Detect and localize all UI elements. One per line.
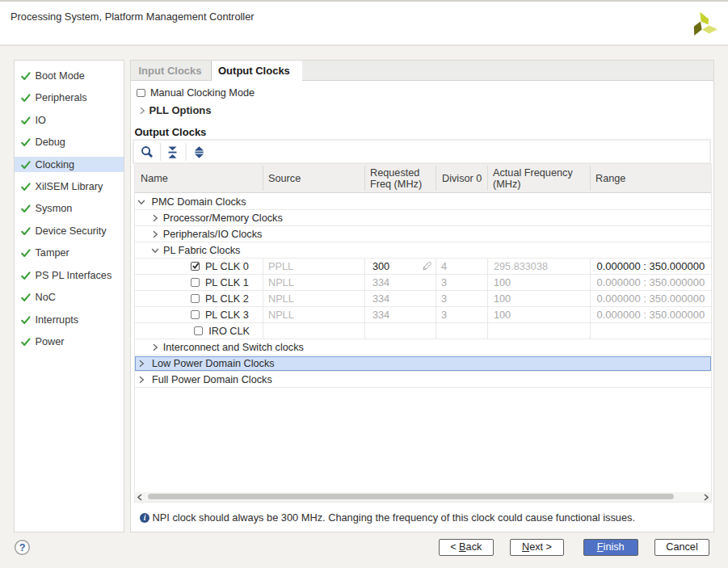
svg-text:?: ? [19,542,26,553]
svg-text:i: i [143,514,145,522]
